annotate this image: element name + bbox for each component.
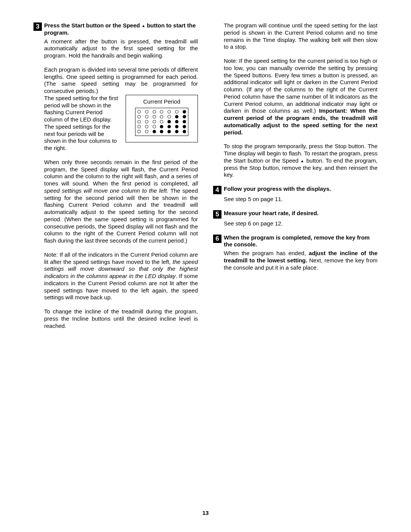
figure-label: Current Period <box>129 98 194 105</box>
led-dot-on <box>160 130 163 133</box>
led-dot-off <box>175 110 178 113</box>
led-dot-off <box>145 115 148 118</box>
led-dot-off <box>153 115 156 118</box>
led-dot-on <box>153 130 156 133</box>
led-dot-off <box>137 120 141 123</box>
step-4: 4 Follow your progress with the displays… <box>213 185 378 203</box>
step-5-number: 5 <box>213 210 221 219</box>
step-4-header: 4 Follow your progress with the displays… <box>213 185 378 194</box>
step-3-number: 3 <box>33 22 42 31</box>
led-row <box>137 110 186 113</box>
step-6-title: When the program is completed, remove th… <box>224 234 378 249</box>
cont-p1: The program will continue until the spee… <box>224 22 378 51</box>
led-row <box>137 115 186 118</box>
led-dot-on <box>183 110 186 113</box>
page: 3 Press the Start button or the Speed ▲ … <box>0 0 411 532</box>
led-row <box>137 130 186 133</box>
step-3-title-a: Press the Start button or the Speed <box>44 22 142 29</box>
cont-p2a: Note: If the speed setting for the curre… <box>224 58 378 114</box>
step3-continued: The program will continue until the spee… <box>224 22 378 179</box>
led-dot-off <box>153 120 156 123</box>
step-6: 6 When the program is completed, remove … <box>213 234 378 272</box>
current-period-figure: Current Period <box>126 95 198 142</box>
step-3-header: 3 Press the Start button or the Speed ▲ … <box>33 22 198 37</box>
step4-text: See step 5 on page 11. <box>224 196 378 203</box>
step6-text: When the program has ended, adjust the i… <box>224 250 378 271</box>
led-dot-on <box>160 125 163 128</box>
led-dot-off <box>145 130 148 133</box>
led-dot-off <box>153 110 156 113</box>
led-dot-off <box>137 115 141 118</box>
led-dot-off <box>145 120 148 123</box>
led-dot-on <box>167 125 171 128</box>
step5-text: See step 6 on page 12. <box>224 220 378 227</box>
step-5-body: See step 6 on page 12. <box>224 220 378 227</box>
step-4-title: Follow your progress with the displays. <box>224 185 378 193</box>
led-dot-off <box>160 115 163 118</box>
left-column: 3 Press the Start button or the Speed ▲ … <box>33 22 198 336</box>
led-dot-on <box>167 130 171 133</box>
page-number: 13 <box>0 510 411 517</box>
step3-p2: Each program is divided into several tim… <box>44 66 198 95</box>
step3-p4: When only three seconds remain in the fi… <box>44 159 198 244</box>
led-dot-on <box>175 125 178 128</box>
led-dot-on <box>175 120 178 123</box>
step-6-number: 6 <box>213 235 221 243</box>
led-dot-off <box>145 125 148 128</box>
step-5: 5 Measure your heart rate, if desired. S… <box>213 210 378 227</box>
speed-up-icon: ▲ <box>142 24 145 28</box>
led-dot-on <box>175 130 178 133</box>
led-dot-off <box>137 130 141 133</box>
led-dot-off <box>160 120 163 123</box>
led-row <box>137 120 186 123</box>
cont-p3: To stop the program temporarily, press t… <box>224 143 378 179</box>
step6-a: When the program has ended, <box>224 250 309 256</box>
step3-p4a: When only three seconds remain in the fi… <box>44 159 198 187</box>
columns: 3 Press the Start button or the Speed ▲ … <box>33 22 378 336</box>
led-dot-on <box>183 115 186 118</box>
cont-p2: Note: If the speed setting for the curre… <box>224 58 378 136</box>
led-dot-off <box>160 110 163 113</box>
led-dot-on <box>167 120 171 123</box>
led-dot-off <box>153 125 156 128</box>
led-dot-off <box>137 125 141 128</box>
led-dot-off <box>167 115 171 118</box>
led-dot-on <box>175 115 178 118</box>
right-column: The program will continue until the spee… <box>213 22 378 336</box>
led-row <box>137 125 186 128</box>
figure-wrap: Current Period The speed setting for the… <box>44 95 198 159</box>
step-4-number: 4 <box>213 186 221 194</box>
led-dot-off <box>145 110 148 113</box>
speed-up-icon-2: ▲ <box>300 159 304 163</box>
led-box <box>135 108 188 136</box>
step-6-header: 6 When the program is completed, remove … <box>213 234 378 249</box>
step-6-body: When the program has ended, adjust the i… <box>224 250 378 271</box>
step-3-body: A moment after the button is pressed, th… <box>44 38 198 330</box>
led-dot-off <box>137 110 141 113</box>
step-4-body: See step 5 on page 11. <box>224 196 378 203</box>
led-dot-on <box>183 120 186 123</box>
step3-p5: Note: If all of the indicators in the Cu… <box>44 251 198 301</box>
led-dot-on <box>183 130 186 133</box>
led-dot-off <box>167 110 171 113</box>
step-3-title: Press the Start button or the Speed ▲ bu… <box>44 22 198 37</box>
step-5-title: Measure your heart rate, if desired. <box>224 210 378 217</box>
step3-p6: To change the incline of the treadmill d… <box>44 308 198 329</box>
step-5-header: 5 Measure your heart rate, if desired. <box>213 210 378 219</box>
step3-p1: A moment after the button is pressed, th… <box>44 38 198 59</box>
led-dot-on <box>183 125 186 128</box>
step3-p4b: . The speed setting for the second perio… <box>44 187 198 244</box>
